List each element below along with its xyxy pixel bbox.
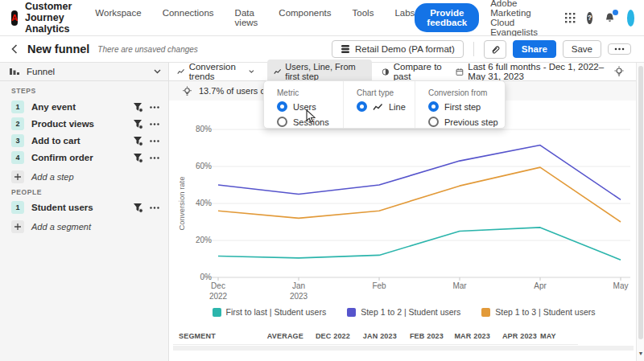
help-icon[interactable]: ? bbox=[587, 12, 592, 24]
lightbulb-icon bbox=[182, 86, 192, 96]
more-icon[interactable] bbox=[150, 207, 159, 209]
radio-unselected-icon bbox=[428, 117, 439, 127]
table-row[interactable] bbox=[173, 346, 634, 351]
nav-item-labs[interactable]: Labs bbox=[394, 8, 415, 27]
scrollbar-down-arrow[interactable]: ▼ bbox=[638, 351, 644, 356]
date-range-label: Last 6 full months - Dec 1, 2022–May 31,… bbox=[468, 62, 613, 81]
chart-type-group-label: Chart type bbox=[357, 88, 415, 97]
app-switcher-icon[interactable] bbox=[565, 13, 576, 23]
svg-text:80%: 80% bbox=[196, 125, 212, 133]
chevron-down-icon[interactable] bbox=[154, 69, 161, 74]
radio-selected-icon bbox=[357, 101, 367, 112]
filter-icon[interactable] bbox=[133, 203, 143, 213]
view-selector[interactable]: Conversion trends bbox=[177, 62, 254, 81]
user-avatar[interactable] bbox=[627, 10, 634, 27]
legend-label: First to last | Student users bbox=[226, 307, 327, 317]
nav-item-data-views[interactable]: Data views bbox=[235, 8, 258, 27]
conversion-trends-chart: 0%20%40%60%80%Dec2022Jan2023FebMarAprMay… bbox=[173, 103, 636, 306]
legend-item[interactable]: Step 1 to 3 | Student users bbox=[481, 307, 595, 317]
nav-item-components[interactable]: Components bbox=[279, 8, 331, 27]
column-header-dec-2022[interactable]: DEC 2022 bbox=[303, 332, 350, 340]
line-chart-icon bbox=[373, 103, 383, 111]
svg-text:May: May bbox=[613, 281, 629, 290]
svg-text:40%: 40% bbox=[196, 199, 212, 207]
view-title: Conversion trends bbox=[189, 62, 245, 81]
more-icon[interactable] bbox=[150, 157, 159, 159]
svg-text:Mar: Mar bbox=[452, 281, 467, 290]
legend-item[interactable]: First to last | Student users bbox=[213, 307, 327, 317]
panel-title: Funnel bbox=[27, 67, 55, 76]
more-icon[interactable] bbox=[150, 106, 159, 109]
database-icon bbox=[341, 44, 350, 54]
provide-feedback-button[interactable]: Provide feedback bbox=[415, 3, 479, 32]
nav-item-connections[interactable]: Connections bbox=[163, 8, 214, 27]
nav-item-workspace[interactable]: Workspace bbox=[95, 8, 141, 27]
column-header-feb-2023[interactable]: FEB 2023 bbox=[397, 332, 444, 340]
column-header-mar-2023[interactable]: MAR 2023 bbox=[444, 332, 490, 340]
add-step-button[interactable]: Add a step bbox=[0, 169, 169, 185]
legend-label: Step 1 to 2 | Student users bbox=[361, 307, 460, 317]
radio-line[interactable]: Line bbox=[357, 101, 415, 112]
dataset-selector-button[interactable]: Retail Demo (PA format) bbox=[332, 40, 464, 58]
step-row-3[interactable]: 3 Add to cart bbox=[0, 133, 169, 149]
segment-label: Student users bbox=[31, 203, 93, 212]
steps-section-label: STEPS bbox=[11, 87, 36, 95]
step-row-2[interactable]: 2 Product views bbox=[0, 116, 169, 132]
compare-label: Compare to past bbox=[394, 62, 445, 81]
nav-item-tools[interactable]: Tools bbox=[353, 8, 374, 27]
legend-swatch bbox=[213, 308, 221, 317]
step-row-1[interactable]: 1 Any event bbox=[0, 99, 169, 115]
compare-icon bbox=[382, 67, 390, 77]
date-range-button[interactable]: Last 6 full months - Dec 1, 2022–May 31,… bbox=[456, 62, 613, 81]
filter-icon[interactable] bbox=[133, 119, 143, 129]
radio-label: Previous step bbox=[444, 117, 498, 127]
page-title: New funnel bbox=[27, 43, 89, 55]
filter-icon[interactable] bbox=[133, 102, 143, 113]
column-header-jan-2023[interactable]: JAN 2023 bbox=[350, 332, 397, 340]
step-number-badge: 3 bbox=[11, 134, 24, 147]
add-segment-button[interactable]: Add a segment bbox=[0, 219, 169, 235]
step-number-badge: 1 bbox=[11, 101, 24, 113]
more-icon[interactable] bbox=[150, 123, 159, 125]
filter-icon[interactable] bbox=[133, 153, 143, 163]
save-button[interactable]: Save bbox=[563, 40, 601, 58]
share-button[interactable]: Share bbox=[513, 40, 556, 58]
legend-item[interactable]: Step 1 to 2 | Student users bbox=[347, 307, 460, 317]
plus-icon bbox=[11, 170, 24, 183]
column-header-may-2023[interactable]: MAY 2023 bbox=[537, 332, 558, 340]
chart-legend: First to last | Student usersStep 1 to 2… bbox=[173, 307, 634, 317]
more-icon[interactable] bbox=[150, 140, 159, 142]
svg-text:2022: 2022 bbox=[209, 292, 228, 301]
step-label: Confirm order bbox=[31, 153, 93, 162]
segment-row-1[interactable]: 1 Student users bbox=[0, 199, 169, 215]
radio-previous-step[interactable]: Previous step bbox=[428, 117, 505, 127]
column-header-apr-2023[interactable]: APR 2023 bbox=[490, 332, 537, 340]
step-label: Add to cart bbox=[31, 136, 80, 146]
filter-icon[interactable] bbox=[133, 136, 143, 146]
step-number-badge: 4 bbox=[11, 151, 24, 164]
more-actions-button[interactable] bbox=[608, 43, 631, 55]
scrollbar-thumb[interactable] bbox=[638, 66, 643, 339]
column-header-segment[interactable]: SEGMENT bbox=[173, 332, 250, 340]
mouse-cursor bbox=[306, 109, 317, 124]
radio-first-step[interactable]: First step bbox=[428, 101, 505, 112]
chart-settings-popover: Metric Users Sessions Chart type Line Co… bbox=[263, 80, 506, 129]
add-segment-label: Add a segment bbox=[31, 222, 91, 232]
step-row-4[interactable]: 4 Confirm order bbox=[0, 150, 169, 166]
compare-to-past-button[interactable]: Compare to past bbox=[382, 62, 445, 81]
trend-icon bbox=[274, 68, 282, 76]
notifications-bell-icon[interactable] bbox=[604, 12, 616, 24]
chart-settings-label: Users, Line, From first step bbox=[285, 62, 365, 81]
column-header-average[interactable]: AVERAGE bbox=[250, 332, 303, 340]
radio-label: First step bbox=[444, 102, 481, 112]
people-section-label: PEOPLE bbox=[11, 188, 42, 196]
link-button[interactable] bbox=[484, 40, 506, 59]
funnel-panel-header[interactable]: Funnel bbox=[0, 63, 169, 81]
legend-swatch bbox=[347, 308, 356, 317]
unsaved-changes-note: There are unsaved changes bbox=[97, 45, 198, 54]
conversion-from-group-label: Conversion from bbox=[428, 88, 505, 97]
insights-bulb-icon[interactable] bbox=[613, 66, 625, 77]
line-chart: 0%20%40%60%80%Dec2022Jan2023FebMarAprMay… bbox=[173, 103, 636, 306]
vertical-scrollbar[interactable]: ▼ bbox=[636, 63, 644, 361]
back-chevron-icon[interactable] bbox=[11, 44, 18, 54]
